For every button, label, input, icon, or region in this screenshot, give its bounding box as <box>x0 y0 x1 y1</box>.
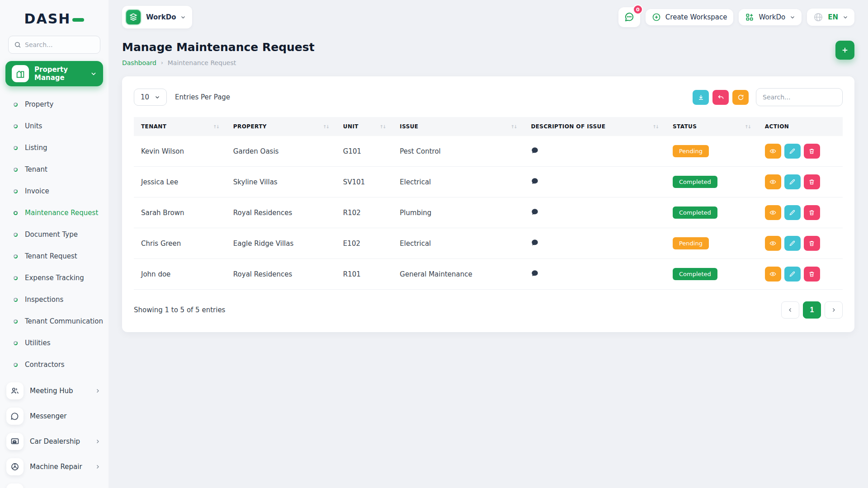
sidebar-item-listing[interactable]: Listing <box>0 137 108 159</box>
view-button[interactable] <box>765 144 781 159</box>
export-button[interactable] <box>693 90 709 105</box>
breadcrumb-dashboard-link[interactable]: Dashboard <box>122 59 156 66</box>
sidebar-item-label: Invoice <box>25 187 49 195</box>
sort-icon[interactable]: ↑↓ <box>213 124 219 129</box>
dot-icon <box>14 254 18 258</box>
sidebar-item-document-type[interactable]: Document Type <box>0 224 108 245</box>
chevron-down-icon <box>155 94 160 100</box>
description-chat-button[interactable] <box>531 269 539 277</box>
description-chat-button[interactable] <box>531 208 539 216</box>
sidebar-item-inspections[interactable]: Inspections <box>0 289 108 310</box>
workspace-icon <box>125 9 142 25</box>
cell-property: Royal Residences <box>226 259 336 290</box>
next-page-button[interactable] <box>825 301 843 319</box>
entries-per-page-select[interactable]: 10 <box>134 89 167 106</box>
app-switcher-button[interactable]: WorkDo <box>739 9 802 25</box>
column-header-tenant[interactable]: Tenant↑↓ <box>134 117 226 136</box>
workspace-selector[interactable]: WorkDo <box>122 6 192 28</box>
column-header-unit[interactable]: Unit↑↓ <box>336 117 392 136</box>
eye-icon <box>769 240 776 247</box>
sidebar-item-meeting-hub[interactable]: Meeting Hub <box>0 378 108 404</box>
sidebar-search-input[interactable] <box>25 41 94 48</box>
view-button[interactable] <box>765 205 781 220</box>
cell-issue: Plumbing <box>392 197 524 228</box>
module-label: Messenger <box>30 412 66 420</box>
sidebar-item-units[interactable]: Units <box>0 115 108 137</box>
sort-icon[interactable]: ↑↓ <box>745 124 750 129</box>
sidebar-item-label: Property <box>25 100 53 108</box>
sort-icon[interactable]: ↑↓ <box>380 124 386 129</box>
sidebar-item-utilities[interactable]: Utilities <box>0 332 108 354</box>
column-header-description[interactable]: Description of issue↑↓ <box>524 117 665 136</box>
table-header-row: Tenant↑↓ Property↑↓ Unit↑↓ Issue↑↓ Descr… <box>134 117 843 136</box>
sort-icon[interactable]: ↑↓ <box>323 124 329 129</box>
pencil-icon <box>789 148 796 155</box>
sort-icon[interactable]: ↑↓ <box>511 124 517 129</box>
sidebar-item-property[interactable]: Property <box>0 94 108 115</box>
edit-button[interactable] <box>784 236 801 251</box>
edit-button[interactable] <box>784 144 801 159</box>
sidebar-item-contractors[interactable]: Contractors <box>0 354 108 375</box>
sidebar-item-car-dealership[interactable]: Car Dealership <box>0 429 108 454</box>
search-icon <box>14 41 21 48</box>
table-row: John doe Royal Residences R101 General M… <box>134 259 843 290</box>
refresh-button[interactable] <box>732 90 749 105</box>
sidebar-item-helpdesk[interactable]: Helpdesk <box>0 479 108 488</box>
delete-button[interactable] <box>804 174 820 189</box>
sidebar-item-machine-repair[interactable]: Machine Repair <box>0 454 108 479</box>
maintenance-request-card: 10 Entries Per Page <box>122 76 854 332</box>
edit-button[interactable] <box>784 267 801 282</box>
sidebar-item-tenant-request[interactable]: Tenant Request <box>0 245 108 267</box>
view-button[interactable] <box>765 236 781 251</box>
headset-icon <box>6 483 24 488</box>
undo-button[interactable] <box>712 90 729 105</box>
view-button[interactable] <box>765 267 781 282</box>
previous-page-button[interactable] <box>781 301 799 319</box>
sidebar-item-messenger[interactable]: Messenger <box>0 404 108 429</box>
sidebar-item-maintenance-request[interactable]: Maintenance Request <box>0 202 108 224</box>
brand-logo[interactable]: DASH <box>0 11 108 27</box>
sidebar-item-label: Document Type <box>25 230 78 239</box>
eye-icon <box>769 178 776 185</box>
plus-icon <box>841 46 849 54</box>
add-maintenance-request-button[interactable] <box>835 41 854 60</box>
description-chat-button[interactable] <box>531 146 539 155</box>
create-workspace-button[interactable]: Create Workspace <box>646 9 734 25</box>
circle-plus-icon <box>652 13 661 22</box>
edit-button[interactable] <box>784 174 801 189</box>
topbar-actions: 0 Create Workspace WorkDo <box>618 7 854 27</box>
sidebar-item-tenant[interactable]: Tenant <box>0 159 108 180</box>
topbar: WorkDo 0 Create Workspace WorkDo <box>122 0 854 31</box>
cell-issue: General Maintenance <box>392 259 524 290</box>
breadcrumb-current: Maintenance Request <box>168 59 236 66</box>
table-row: Sarah Brown Royal Residences R102 Plumbi… <box>134 197 843 228</box>
sidebar-item-invoice[interactable]: Invoice <box>0 180 108 202</box>
description-chat-button[interactable] <box>531 239 539 247</box>
column-header-property[interactable]: Property↑↓ <box>226 117 336 136</box>
language-selector[interactable]: EN <box>807 9 854 26</box>
sidebar-group-property-manage[interactable]: Property Manage <box>5 61 103 86</box>
column-header-status[interactable]: Status↑↓ <box>665 117 758 136</box>
cell-tenant: John doe <box>134 259 226 290</box>
chevron-down-icon <box>843 14 848 20</box>
brand-logo-dash <box>72 18 84 22</box>
sidebar-search <box>8 36 100 54</box>
sidebar-item-tenant-communication[interactable]: Tenant Communication <box>0 310 108 332</box>
column-header-issue[interactable]: Issue↑↓ <box>392 117 524 136</box>
delete-button[interactable] <box>804 267 820 282</box>
main-content: WorkDo 0 Create Workspace WorkDo <box>108 0 868 488</box>
delete-button[interactable] <box>804 236 820 251</box>
sidebar-item-expense-tracking[interactable]: Expense Tracking <box>0 267 108 289</box>
messages-button[interactable]: 0 <box>618 7 640 27</box>
table-search-input[interactable] <box>756 88 843 106</box>
sidebar-item-label: Units <box>25 122 42 130</box>
sort-icon[interactable]: ↑↓ <box>652 124 658 129</box>
page-number-button[interactable]: 1 <box>803 301 821 319</box>
sidebar-item-label: Inspections <box>25 296 63 304</box>
app-switcher-label: WorkDo <box>759 13 785 21</box>
view-button[interactable] <box>765 174 781 189</box>
delete-button[interactable] <box>804 205 820 220</box>
description-chat-button[interactable] <box>531 177 539 185</box>
delete-button[interactable] <box>804 144 820 159</box>
edit-button[interactable] <box>784 205 801 220</box>
